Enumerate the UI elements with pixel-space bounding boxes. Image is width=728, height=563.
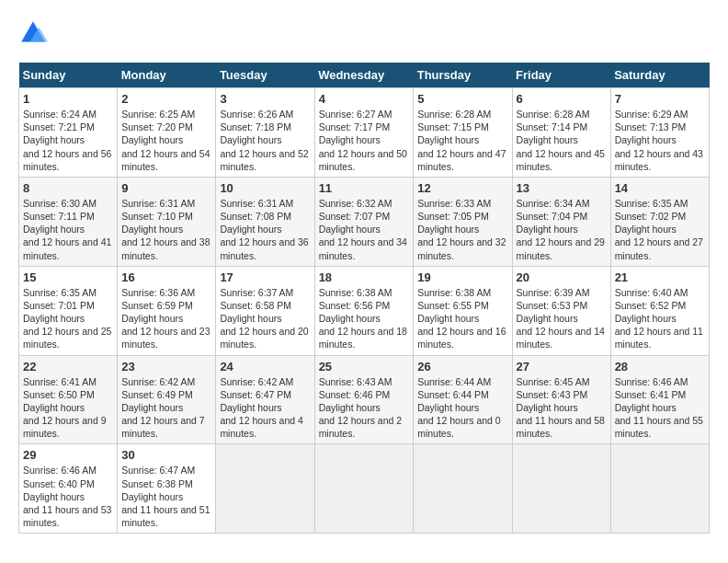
cell-text: Sunrise: 6:46 AMSunset: 6:41 PMDaylight … [615,376,703,440]
day-number: 25 [319,360,410,373]
day-number: 24 [220,360,310,373]
calendar-cell: 21 Sunrise: 6:40 AMSunset: 6:52 PMDaylig… [610,266,709,355]
calendar-cell: 28 Sunrise: 6:46 AMSunset: 6:41 PMDaylig… [610,355,709,444]
weekday-monday: Monday [118,63,216,88]
calendar-cell [414,444,512,534]
cell-text: Sunrise: 6:39 AMSunset: 6:53 PMDaylight … [517,287,605,350]
day-number: 9 [121,181,211,195]
calendar-week-row: 1 Sunrise: 6:24 AMSunset: 7:21 PMDayligh… [19,88,710,178]
cell-text: Sunrise: 6:30 AMSunset: 7:11 PMDaylight … [23,198,111,261]
weekday-friday: Friday [512,63,610,88]
calendar-cell: 10 Sunrise: 6:31 AMSunset: 7:08 PMDaylig… [216,177,314,266]
calendar-cell: 30 Sunrise: 6:47 AMSunset: 6:38 PMDaylig… [118,444,216,534]
day-number: 14 [615,181,705,195]
calendar-cell: 24 Sunrise: 6:42 AMSunset: 6:47 PMDaylig… [216,355,314,444]
calendar-cell: 6 Sunrise: 6:28 AMSunset: 7:14 PMDayligh… [512,88,610,178]
cell-text: Sunrise: 6:40 AMSunset: 6:52 PMDaylight … [615,287,703,350]
day-number: 15 [23,270,113,284]
weekday-thursday: Thursday [414,63,512,88]
cell-text: Sunrise: 6:31 AMSunset: 7:10 PMDaylight … [121,198,210,261]
day-number: 2 [121,92,211,106]
logo-icon [18,18,48,48]
calendar-cell: 11 Sunrise: 6:32 AMSunset: 7:07 PMDaylig… [314,177,414,266]
calendar-cell: 15 Sunrise: 6:35 AMSunset: 7:01 PMDaylig… [19,266,118,355]
cell-text: Sunrise: 6:38 AMSunset: 6:55 PMDaylight … [417,287,506,350]
day-number: 22 [23,360,113,373]
calendar-cell: 2 Sunrise: 6:25 AMSunset: 7:20 PMDayligh… [118,88,216,178]
weekday-tuesday: Tuesday [216,63,314,88]
day-number: 3 [220,92,310,106]
day-number: 18 [319,270,410,284]
calendar-cell [216,444,314,534]
calendar-cell: 20 Sunrise: 6:39 AMSunset: 6:53 PMDaylig… [512,266,610,355]
cell-text: Sunrise: 6:44 AMSunset: 6:44 PMDaylight … [417,376,501,440]
cell-text: Sunrise: 6:45 AMSunset: 6:43 PMDaylight … [517,376,605,440]
calendar-body: 1 Sunrise: 6:24 AMSunset: 7:21 PMDayligh… [19,88,710,534]
calendar-week-row: 29 Sunrise: 6:46 AMSunset: 6:40 PMDaylig… [19,444,710,534]
cell-text: Sunrise: 6:38 AMSunset: 6:56 PMDaylight … [319,287,407,350]
day-number: 19 [417,270,507,284]
cell-text: Sunrise: 6:42 AMSunset: 6:47 PMDaylight … [220,376,303,440]
day-number: 20 [517,270,607,284]
day-number: 11 [319,181,410,195]
weekday-header-row: SundayMondayTuesdayWednesdayThursdayFrid… [19,63,710,88]
calendar-cell: 18 Sunrise: 6:38 AMSunset: 6:56 PMDaylig… [314,266,414,355]
cell-text: Sunrise: 6:37 AMSunset: 6:58 PMDaylight … [220,287,308,350]
day-number: 30 [121,448,211,462]
calendar-cell: 22 Sunrise: 6:41 AMSunset: 6:50 PMDaylig… [19,355,118,444]
calendar-cell: 14 Sunrise: 6:35 AMSunset: 7:02 PMDaylig… [610,177,709,266]
calendar-cell: 23 Sunrise: 6:42 AMSunset: 6:49 PMDaylig… [118,355,216,444]
calendar-cell [314,444,414,534]
cell-text: Sunrise: 6:32 AMSunset: 7:07 PMDaylight … [319,198,407,261]
day-number: 17 [220,270,310,284]
page-header [18,18,710,48]
cell-text: Sunrise: 6:33 AMSunset: 7:05 PMDaylight … [417,198,506,261]
calendar-cell [610,444,709,534]
calendar-cell: 7 Sunrise: 6:29 AMSunset: 7:13 PMDayligh… [610,88,709,178]
weekday-sunday: Sunday [19,63,118,88]
calendar-table: SundayMondayTuesdayWednesdayThursdayFrid… [18,63,710,534]
weekday-saturday: Saturday [610,63,709,88]
calendar-week-row: 8 Sunrise: 6:30 AMSunset: 7:11 PMDayligh… [19,177,710,266]
weekday-wednesday: Wednesday [314,63,414,88]
calendar-cell: 19 Sunrise: 6:38 AMSunset: 6:55 PMDaylig… [414,266,512,355]
calendar-week-row: 15 Sunrise: 6:35 AMSunset: 7:01 PMDaylig… [19,266,710,355]
calendar-cell: 16 Sunrise: 6:36 AMSunset: 6:59 PMDaylig… [118,266,216,355]
calendar-cell: 5 Sunrise: 6:28 AMSunset: 7:15 PMDayligh… [414,88,512,178]
calendar-week-row: 22 Sunrise: 6:41 AMSunset: 6:50 PMDaylig… [19,355,710,444]
cell-text: Sunrise: 6:47 AMSunset: 6:38 PMDaylight … [121,465,210,528]
logo [18,18,53,48]
day-number: 5 [417,92,507,106]
cell-text: Sunrise: 6:46 AMSunset: 6:40 PMDaylight … [23,465,111,528]
day-number: 21 [615,270,705,284]
day-number: 26 [417,360,507,373]
calendar-cell: 17 Sunrise: 6:37 AMSunset: 6:58 PMDaylig… [216,266,314,355]
day-number: 28 [615,360,705,373]
cell-text: Sunrise: 6:35 AMSunset: 7:02 PMDaylight … [615,198,703,261]
cell-text: Sunrise: 6:28 AMSunset: 7:14 PMDaylight … [517,109,605,172]
cell-text: Sunrise: 6:25 AMSunset: 7:20 PMDaylight … [121,109,210,172]
day-number: 13 [517,181,607,195]
cell-text: Sunrise: 6:41 AMSunset: 6:50 PMDaylight … [23,376,107,440]
cell-text: Sunrise: 6:24 AMSunset: 7:21 PMDaylight … [23,109,111,172]
day-number: 10 [220,181,310,195]
cell-text: Sunrise: 6:28 AMSunset: 7:15 PMDaylight … [417,109,506,172]
cell-text: Sunrise: 6:26 AMSunset: 7:18 PMDaylight … [220,109,308,172]
day-number: 12 [417,181,507,195]
cell-text: Sunrise: 6:43 AMSunset: 6:46 PMDaylight … [319,376,403,440]
calendar-cell: 1 Sunrise: 6:24 AMSunset: 7:21 PMDayligh… [19,88,118,178]
day-number: 8 [23,181,113,195]
calendar-cell: 3 Sunrise: 6:26 AMSunset: 7:18 PMDayligh… [216,88,314,178]
day-number: 4 [319,92,410,106]
cell-text: Sunrise: 6:35 AMSunset: 7:01 PMDaylight … [23,287,111,350]
day-number: 27 [517,360,607,373]
cell-text: Sunrise: 6:31 AMSunset: 7:08 PMDaylight … [220,198,308,261]
calendar-cell: 13 Sunrise: 6:34 AMSunset: 7:04 PMDaylig… [512,177,610,266]
day-number: 6 [517,92,607,106]
cell-text: Sunrise: 6:34 AMSunset: 7:04 PMDaylight … [517,198,605,261]
day-number: 7 [615,92,705,106]
cell-text: Sunrise: 6:29 AMSunset: 7:13 PMDaylight … [615,109,703,172]
cell-text: Sunrise: 6:27 AMSunset: 7:17 PMDaylight … [319,109,407,172]
calendar-cell: 12 Sunrise: 6:33 AMSunset: 7:05 PMDaylig… [414,177,512,266]
calendar-cell: 29 Sunrise: 6:46 AMSunset: 6:40 PMDaylig… [19,444,118,534]
